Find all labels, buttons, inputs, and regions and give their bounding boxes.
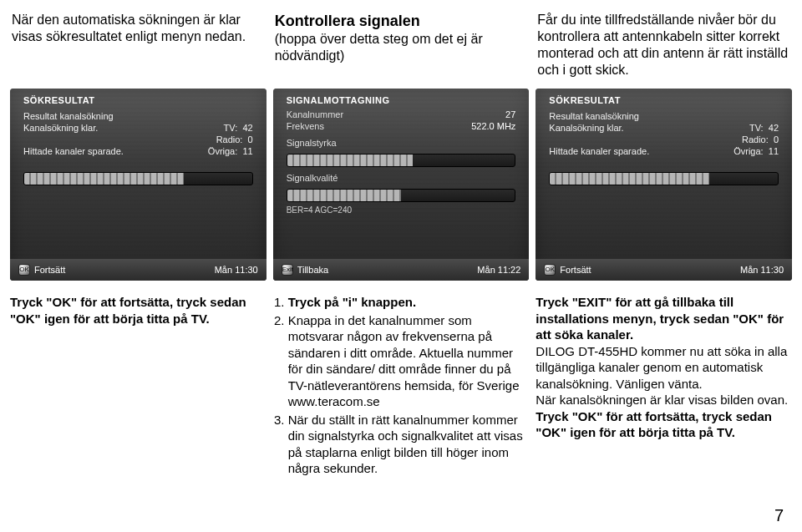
- screen-title: SÖKRESULTAT: [536, 89, 792, 109]
- row-frekvens: Frekvens: [287, 121, 324, 131]
- clock: Mån 11:30: [740, 265, 784, 275]
- screen-bottom-bar: ExitTillbaka Mån 11:22: [273, 259, 530, 281]
- btn-label: Fortsätt: [560, 265, 591, 275]
- screen-title: SIGNALMOTTAGNING: [273, 89, 530, 109]
- col3-footer: Tryck "EXIT" för att gå tillbaka till in…: [536, 294, 792, 479]
- p3: När kanalsökningen är klar visas bilden …: [536, 392, 792, 408]
- col-3: Får du inte tillfredställande nivåer bör…: [536, 8, 792, 281]
- top-columns: När den automatiska sökningen är klar vi…: [0, 0, 802, 281]
- col1-header: När den automatiska sökningen är klar vi…: [10, 8, 266, 89]
- val-kanalnummer: 27: [485, 109, 515, 119]
- col2-sub: (hoppa över detta steg om det ej är nödv…: [275, 32, 483, 63]
- label-signalstyrka: Signalstyrka: [287, 138, 337, 148]
- stat-tv: TV: 42: [195, 123, 253, 133]
- stat-other: Övriga: 11: [720, 146, 779, 156]
- screen-bottom-bar: OKFortsätt Mån 11:30: [536, 259, 792, 281]
- ber-text: BER=4 AGC=240: [273, 202, 530, 218]
- bottom-columns: Tryck "OK" för att fortsätta, tryck seda…: [0, 281, 802, 479]
- clock: Mån 11:22: [477, 265, 520, 275]
- page-number: 7: [774, 506, 784, 525]
- line: Resultat kanalsökning: [23, 111, 114, 121]
- line: Kanalsökning klar.: [549, 123, 623, 133]
- line: Kanalsökning klar.: [23, 123, 98, 133]
- screen-title: SÖKRESULTAT: [10, 89, 266, 109]
- signal-strength-bar: [287, 154, 516, 167]
- p4: Tryck "OK" för att fortsätta, tryck seda…: [536, 408, 792, 441]
- stat-other: Övriga: 11: [195, 146, 253, 156]
- progress-bar: [23, 172, 253, 185]
- stat-tv: TV: 42: [720, 123, 779, 133]
- notice: Hittade kanaler sparade.: [23, 146, 124, 156]
- p2: DILOG DT-455HD kommer nu att söka in all…: [536, 343, 792, 393]
- col1-screenshot: SÖKRESULTAT Resultat kanalsökning Kanals…: [10, 89, 266, 281]
- ok-icon: OK: [18, 264, 30, 276]
- signal-quality-bar: [287, 189, 516, 202]
- col-2: Kontrollera signalen (hoppa över detta s…: [273, 8, 530, 281]
- col3-header: Får du inte tillfredställande nivåer bör…: [536, 8, 792, 89]
- step-2: Knappa in det kanalnummer som motsvarar …: [288, 312, 530, 410]
- screen-bottom-bar: OKFortsätt Mån 11:30: [10, 259, 266, 281]
- col-1: När den automatiska sökningen är klar vi…: [10, 8, 266, 281]
- p1: Tryck "EXIT" för att gå tillbaka till in…: [536, 294, 792, 343]
- col2-steps: Tryck på "i" knappen. Knappa in det kana…: [273, 294, 530, 479]
- stat-radio: Radio: 0: [720, 134, 779, 144]
- col3-screenshot: SÖKRESULTAT Resultat kanalsökning Kanals…: [536, 89, 792, 281]
- clock: Mån 11:30: [215, 265, 258, 275]
- progress-bar: [549, 172, 779, 185]
- notice: Hittade kanaler sparade.: [549, 146, 649, 156]
- ok-icon: OK: [544, 264, 556, 276]
- step-1: Tryck på "i" knappen.: [288, 294, 530, 311]
- col1-footer: Tryck "OK" för att fortsätta, tryck seda…: [10, 294, 266, 479]
- val-frekvens: 522.0 MHz: [471, 121, 515, 131]
- stat-radio: Radio: 0: [195, 134, 253, 144]
- step-3: När du ställt in rätt kanalnummer kommer…: [288, 412, 530, 477]
- btn-label: Fortsätt: [34, 265, 65, 275]
- col2-title: Kontrollera signalen: [275, 12, 528, 31]
- col2-screenshot: SIGNALMOTTAGNING Kanalnummer27 Frekvens5…: [273, 89, 530, 281]
- col2-header: Kontrollera signalen (hoppa över detta s…: [273, 8, 530, 89]
- btn-label: Tillbaka: [297, 265, 329, 275]
- row-kanalnummer: Kanalnummer: [287, 109, 343, 119]
- label-signalkvalite: Signalkvalité: [287, 173, 338, 183]
- exit-icon: Exit: [282, 264, 293, 276]
- line: Resultat kanalsökning: [549, 111, 639, 121]
